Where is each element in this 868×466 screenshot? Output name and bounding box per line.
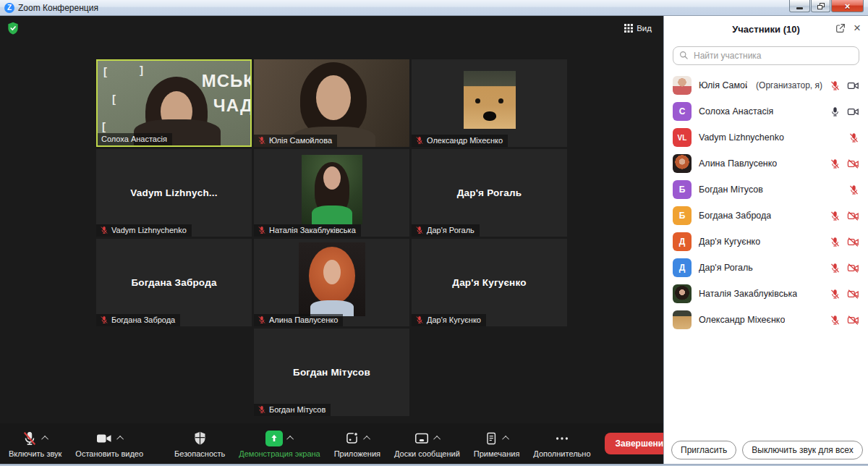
security-button[interactable]: Безопасность (174, 430, 225, 458)
participant-name: Наталія Закаблуківська (699, 289, 797, 299)
camera-off-icon (847, 158, 859, 170)
video-options-chevron[interactable] (116, 436, 124, 443)
video-tile-kuhuienko[interactable]: Дар'я Кугуєнко Дар'я Кугуєнко (412, 239, 567, 326)
participant-name: Vadym Lizhnychenko (111, 226, 187, 234)
participant-row[interactable]: Б Богдана Заброда (664, 203, 868, 229)
tool-label: Дополнительно (533, 449, 590, 458)
participant-row[interactable]: Юлія Самойл... (Организатор, я) (664, 72, 868, 98)
video-tile-soloha[interactable]: [] [] [] МСЬК ЧАД Солоха Анастасія (96, 59, 252, 147)
avatar: Б (673, 180, 692, 199)
window-title: Zoom Конференция (18, 3, 98, 13)
mute-all-button[interactable]: Выключить звук для всех (742, 441, 862, 459)
camera-off-icon (847, 210, 859, 222)
participant-row[interactable]: Д Дар'я Рогаль (664, 255, 868, 281)
avatar: Д (673, 232, 692, 251)
participant-role: (Организатор, я) (756, 80, 822, 90)
video-tile-mikheienko[interactable]: Олександр Міхеєнко (412, 59, 567, 147)
backdrop-text: ЧАД (213, 96, 252, 116)
notes-button[interactable]: Примечания (474, 430, 520, 458)
mic-muted-icon (830, 237, 841, 247)
participant-name: Солоха Анастасія (699, 106, 773, 116)
meeting-security-shield-icon[interactable] (6, 21, 20, 35)
participants-header: Участники (10) × (664, 16, 868, 42)
tile-name-label: Алина Павлусенко (254, 314, 343, 326)
close-panel-icon[interactable]: × (854, 22, 861, 34)
invite-button[interactable]: Пригласить (671, 441, 736, 459)
apps-options-chevron[interactable] (363, 436, 370, 443)
participant-row[interactable]: Б Богдан Мітусов (664, 177, 868, 203)
participant-name: Vadym Lizhnychenko (699, 132, 784, 143)
whiteboard-icon (414, 431, 430, 446)
tool-label: Примечания (474, 449, 520, 458)
muted-mic-icon (415, 136, 424, 145)
participant-name: Богдана Заброда (699, 211, 771, 221)
close-window-button[interactable]: × (831, 0, 864, 12)
participant-name: Богдан Мітусов (699, 185, 763, 195)
minimize-button[interactable] (789, 0, 810, 12)
participant-row[interactable]: Олександр Міхеєнко (664, 307, 868, 333)
avatar: Д (673, 258, 692, 277)
camera-off-icon (847, 262, 859, 274)
apps-button[interactable]: Приложения (334, 430, 380, 458)
participant-name: Дар'я Рогаль (699, 263, 753, 273)
restore-button[interactable] (811, 0, 830, 12)
participant-name: Дар'я Кугуєнко (427, 315, 481, 324)
more-button[interactable]: Дополнительно (533, 430, 590, 458)
video-tile-rohal[interactable]: Дар'я Рогаль Дар'я Рогаль (412, 149, 567, 237)
participant-name: Наталія Закаблуківська (269, 226, 356, 234)
notes-options-chevron[interactable] (502, 436, 509, 443)
whiteboards-options-chevron[interactable] (433, 436, 441, 443)
tool-label: Доски сообщений (394, 449, 460, 458)
participant-name: Богдана Заброда (111, 315, 175, 324)
search-participant-input[interactable] (673, 46, 859, 65)
mic-muted-icon (830, 80, 841, 91)
participant-row[interactable]: Д Дар'я Кугуєнко (664, 229, 868, 255)
view-button[interactable]: Вид (620, 22, 656, 35)
tool-label: Остановить видео (75, 449, 143, 458)
mic-muted-icon (22, 431, 38, 446)
audio-options-chevron[interactable] (41, 436, 48, 443)
tool-label: Приложения (334, 449, 380, 458)
mic-muted-icon (830, 158, 841, 169)
tile-name-label: Дар'я Кугуєнко (412, 314, 486, 326)
popout-panel-icon[interactable] (835, 22, 846, 34)
view-button-label: Вид (637, 24, 652, 33)
tool-label: Включить звук (9, 449, 61, 458)
end-meeting-button[interactable]: Завершение (605, 433, 663, 454)
participant-row[interactable]: C Солоха Анастасія (664, 98, 868, 124)
camera-off-icon (847, 236, 859, 248)
participant-display-name: Дар'я Кугуєнко (412, 239, 567, 326)
title-bar: Z Zoom Конференция × (0, 0, 868, 16)
participants-panel: Участники (10) × (663, 16, 868, 464)
tile-name-label: Богдана Заброда (96, 314, 180, 326)
video-tile-mitusov[interactable]: Богдан Мітусов Богдан Мітусов (254, 329, 409, 416)
shield-icon (192, 431, 208, 446)
video-tile-zabroda[interactable]: Богдана Заброда Богдана Заброда (96, 239, 252, 326)
tile-name-label: Богдан Мітусов (254, 404, 331, 416)
mic-muted-icon (848, 132, 859, 143)
tile-name-label: Юлія Самойлова (254, 135, 337, 147)
video-tile-zakablukivska[interactable]: Наталія Закаблуківська (254, 149, 409, 237)
tile-name-label: Наталія Закаблуківська (254, 224, 361, 237)
participant-name: Дар'я Кугуєнко (699, 237, 760, 247)
avatar: C (673, 102, 692, 121)
participant-row[interactable]: Наталія Закаблуківська (664, 281, 868, 307)
screen-share-icon (265, 431, 283, 446)
muted-mic-icon (258, 226, 266, 234)
share-options-chevron[interactable] (286, 436, 294, 443)
video-tile-yuliia[interactable]: Юлія Самойлова (254, 59, 409, 147)
participant-row[interactable]: VL Vadym Lizhnychenko (664, 124, 868, 151)
share-screen-button[interactable]: Демонстрация экрана (239, 430, 320, 458)
whiteboards-button[interactable]: Доски сообщений (394, 430, 460, 458)
avatar: Б (673, 206, 692, 225)
meeting-toolbar: Включить звук Остановить видео (0, 423, 663, 464)
video-tile-lizhnychenko[interactable]: Vadym Lizhnych... Vadym Lizhnychenko (96, 149, 252, 237)
muted-mic-icon (258, 405, 266, 414)
stop-video-button[interactable]: Остановить видео (75, 430, 143, 458)
unmute-button[interactable]: Включить звук (9, 430, 61, 458)
participant-list: Юлія Самойл... (Организатор, я) C Солоха… (664, 72, 868, 333)
participant-row[interactable]: Алина Павлусенко (664, 151, 868, 177)
video-tile-pavlusenko[interactable]: Алина Павлусенко (254, 239, 409, 326)
mic-muted-icon (830, 289, 841, 300)
more-ellipsis-icon (554, 431, 570, 446)
